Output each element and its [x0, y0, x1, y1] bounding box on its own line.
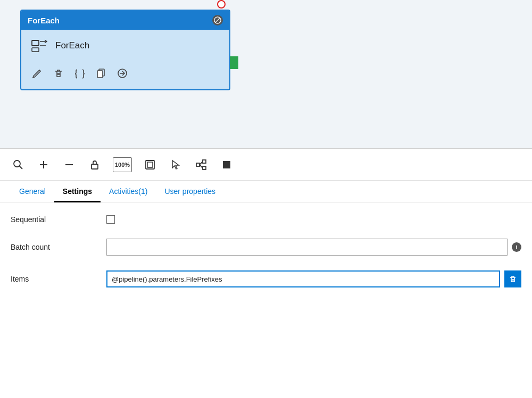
minus-tool-icon[interactable] [62, 157, 77, 172]
tab-settings[interactable]: Settings [54, 181, 101, 202]
batch-count-input[interactable] [106, 239, 508, 256]
foreach-node-title: ForEach [28, 16, 60, 25]
lock-tool-icon[interactable] [87, 157, 102, 172]
svg-rect-7 [97, 71, 103, 78]
variable-icon[interactable] [72, 66, 87, 81]
foreach-node: ForEach [20, 10, 230, 90]
green-connector[interactable] [230, 56, 238, 69]
items-row: Items [11, 270, 521, 287]
settings-panel: Sequential Batch count i Items [0, 202, 532, 315]
foreach-label-row: ForEach [30, 36, 221, 55]
svg-rect-18 [196, 163, 200, 166]
zoom-100-icon[interactable]: 100% [113, 157, 132, 172]
svg-rect-20 [203, 166, 206, 170]
foreach-ban-icon[interactable] [212, 15, 223, 26]
foreach-loop-icon [30, 36, 49, 55]
add-tool-icon[interactable] [36, 157, 51, 172]
fit-page-icon[interactable] [143, 157, 157, 172]
sequential-row: Sequential [11, 215, 521, 224]
svg-rect-26 [227, 165, 230, 168]
tabs-container: General Settings Activities(1) User prop… [0, 181, 532, 202]
foreach-actions [30, 64, 221, 81]
items-control [106, 270, 521, 287]
items-input[interactable] [106, 270, 500, 287]
svg-rect-15 [92, 164, 98, 169]
run-icon[interactable] [115, 66, 130, 81]
svg-rect-2 [32, 40, 39, 46]
batch-count-control: i [106, 239, 521, 256]
tab-activities[interactable]: Activities(1) [101, 181, 156, 202]
svg-rect-19 [203, 160, 206, 163]
sequential-control [106, 215, 521, 224]
auto-layout-icon[interactable] [194, 157, 209, 172]
copy-icon[interactable] [94, 66, 109, 81]
edit-icon[interactable] [30, 66, 45, 81]
delete-icon[interactable] [51, 66, 66, 81]
svg-rect-3 [32, 48, 39, 52]
items-label: Items [11, 275, 106, 283]
canvas-area: ForEach [0, 0, 532, 149]
toolbar: 100% [0, 149, 532, 181]
svg-line-11 [20, 166, 23, 169]
tab-user-properties[interactable]: User properties [156, 181, 224, 202]
foreach-header: ForEach [21, 11, 229, 30]
connection-point-top[interactable] [217, 0, 226, 9]
svg-line-1 [215, 18, 220, 23]
sequential-checkbox[interactable] [106, 215, 115, 224]
svg-rect-23 [223, 161, 227, 165]
zoom-label: 100% [115, 162, 130, 168]
svg-point-10 [14, 160, 20, 167]
sequential-label: Sequential [11, 215, 106, 224]
batch-count-info-icon[interactable]: i [512, 242, 521, 252]
tabs-row: General Settings Activities(1) User prop… [11, 181, 521, 202]
batch-count-label: Batch count [11, 243, 106, 251]
search-tool-icon[interactable] [11, 157, 26, 172]
foreach-node-label: ForEach [55, 40, 89, 51]
tab-general[interactable]: General [11, 181, 54, 202]
items-delete-button[interactable] [504, 270, 521, 287]
svg-rect-24 [227, 161, 230, 165]
svg-rect-17 [147, 162, 153, 167]
batch-count-row: Batch count i [11, 239, 521, 256]
layers-icon[interactable] [219, 157, 234, 172]
cursor-tool-icon[interactable] [168, 157, 183, 172]
foreach-body: ForEach [21, 30, 229, 89]
svg-rect-25 [223, 165, 227, 168]
